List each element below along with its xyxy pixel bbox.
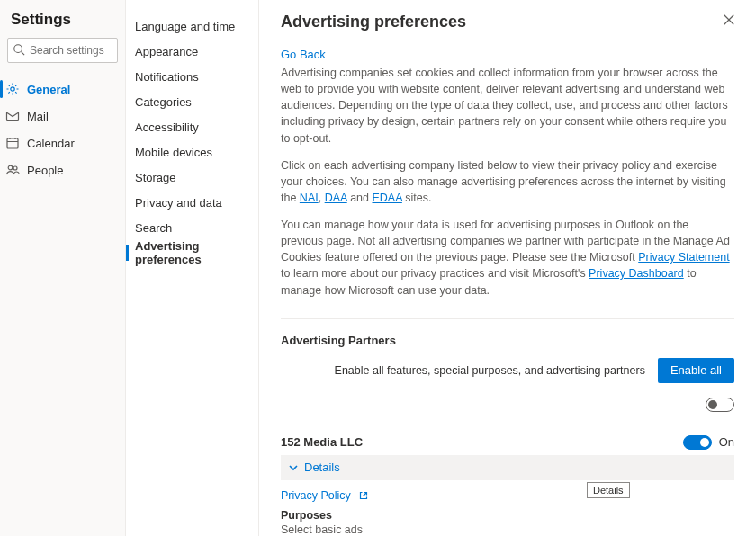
details-expander[interactable]: Details xyxy=(281,455,734,480)
subnav-notifications[interactable]: Notifications xyxy=(126,65,258,88)
partner-toggle-wrap: On xyxy=(683,435,734,450)
external-link-icon xyxy=(358,490,369,501)
privacy-dashboard-link[interactable]: Privacy Dashboard xyxy=(589,267,684,280)
sidebar-item-label: Calendar xyxy=(27,137,75,150)
page-title: Advertising preferences xyxy=(281,13,734,31)
privacy-policy-row: Privacy Policy Details xyxy=(281,489,734,502)
go-back-link[interactable]: Go Back xyxy=(281,48,734,61)
main-panel[interactable]: Advertising preferences Go Back Advertis… xyxy=(259,0,756,536)
subnav-storage[interactable]: Storage xyxy=(126,165,258,189)
privacy-policy-link[interactable]: Privacy Policy xyxy=(281,489,351,502)
sidebar-item-label: General xyxy=(27,83,70,96)
intro-paragraph-1: Advertising companies set cookies and co… xyxy=(281,65,734,147)
details-tooltip: Details xyxy=(587,482,630,498)
divider xyxy=(281,318,734,319)
enable-all-row: Enable all features, special purposes, a… xyxy=(281,358,734,383)
enable-all-text: Enable all features, special purposes, a… xyxy=(335,364,645,377)
settings-subnav: Language and time Appearance Notificatio… xyxy=(126,0,259,536)
purposes-heading: Purposes xyxy=(281,509,734,522)
master-toggle[interactable] xyxy=(706,398,734,412)
purpose-item: Select basic ads xyxy=(281,523,734,536)
calendar-icon xyxy=(5,136,20,150)
close-button[interactable] xyxy=(718,9,740,31)
search-icon xyxy=(13,43,25,56)
intro-paragraph-3: You can manage how your data is used for… xyxy=(281,217,734,299)
subnav-privacy-data[interactable]: Privacy and data xyxy=(126,191,258,214)
sidebar-item-calendar[interactable]: Calendar xyxy=(0,130,125,156)
master-toggle-row xyxy=(281,398,734,412)
daa-link[interactable]: DAA xyxy=(325,192,347,204)
partner-toggle[interactable] xyxy=(683,435,712,450)
svg-point-2 xyxy=(11,87,14,91)
close-icon xyxy=(723,13,735,26)
edaa-link[interactable]: EDAA xyxy=(372,192,401,204)
details-label: Details xyxy=(304,460,340,474)
subnav-search[interactable]: Search xyxy=(126,216,258,239)
partner-toggle-label: On xyxy=(719,435,734,449)
chevron-down-icon xyxy=(288,462,299,473)
subnav-advertising-preferences[interactable]: Advertising preferences xyxy=(126,241,258,264)
sidebar-item-label: People xyxy=(27,164,63,177)
people-icon xyxy=(5,163,20,177)
search-wrap xyxy=(7,38,118,63)
intro-paragraph-2: Click on each advertising company listed… xyxy=(281,157,734,206)
nai-link[interactable]: NAI xyxy=(300,192,319,204)
advertising-partners-heading: Advertising Partners xyxy=(281,334,734,347)
sidebar-item-mail[interactable]: Mail xyxy=(0,103,125,130)
privacy-statement-link[interactable]: Privacy Statement xyxy=(638,251,729,264)
sidebar-item-people[interactable]: People xyxy=(0,156,125,183)
subnav-appearance[interactable]: Appearance xyxy=(126,40,258,63)
svg-point-6 xyxy=(14,166,17,170)
sidebar-item-label: Mail xyxy=(27,110,49,123)
subnav-categories[interactable]: Categories xyxy=(126,90,258,113)
svg-point-0 xyxy=(14,45,22,53)
enable-all-button[interactable]: Enable all xyxy=(658,358,734,383)
svg-line-1 xyxy=(22,52,25,56)
sidebar-item-general[interactable]: General xyxy=(0,76,125,103)
subnav-accessibility[interactable]: Accessibility xyxy=(126,115,258,138)
partner-name: 152 Media LLC xyxy=(281,435,363,449)
subnav-language-time[interactable]: Language and time xyxy=(126,14,258,38)
partner-header: 152 Media LLC On xyxy=(281,435,734,450)
gear-icon xyxy=(5,82,20,96)
mail-icon xyxy=(5,109,20,123)
svg-rect-4 xyxy=(7,138,18,148)
subnav-mobile-devices[interactable]: Mobile devices xyxy=(126,140,258,164)
settings-sidebar: Settings General Mail Calendar People xyxy=(0,0,126,536)
svg-point-5 xyxy=(8,165,13,170)
settings-title: Settings xyxy=(7,11,118,38)
